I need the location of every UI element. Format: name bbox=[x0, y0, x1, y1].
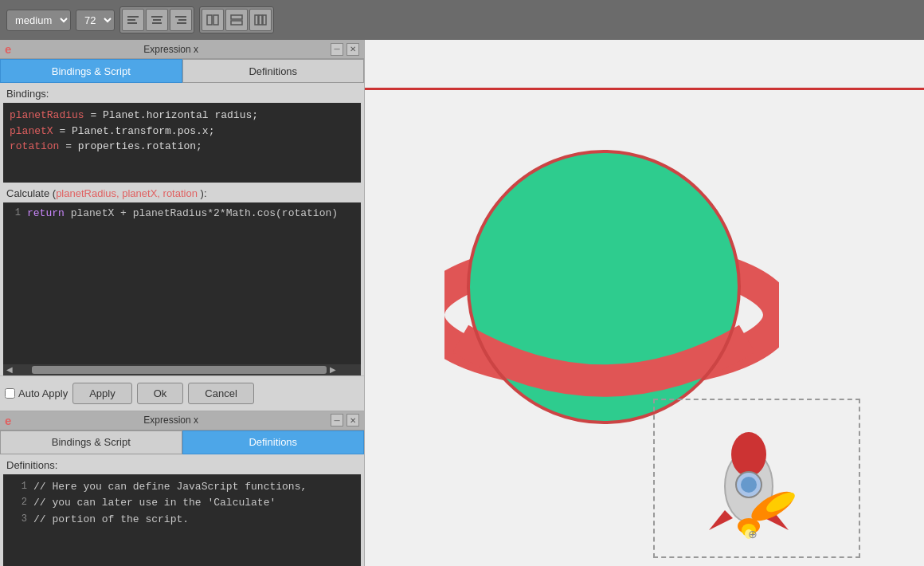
calculate-params: planetRadius, planetX, rotation bbox=[56, 187, 198, 199]
align-left-btn[interactable] bbox=[122, 9, 144, 31]
code-line-1: 1 return planetX + planetRadius*2*Math.c… bbox=[3, 206, 361, 222]
svg-rect-5 bbox=[152, 22, 162, 24]
expr-title-top: Expression x bbox=[11, 44, 331, 55]
align-center-icon bbox=[151, 14, 163, 26]
definitions-label: Definitions: bbox=[0, 454, 364, 474]
svg-rect-10 bbox=[213, 15, 218, 25]
layout-1-icon bbox=[206, 14, 219, 26]
svg-rect-3 bbox=[151, 16, 162, 18]
svg-rect-11 bbox=[231, 15, 242, 19]
svg-marker-22 bbox=[709, 510, 733, 530]
toolbar: medium 72 bbox=[0, 0, 924, 40]
calculate-label: Calculate (planetRadius, planetX, rotati… bbox=[0, 183, 364, 202]
align-group bbox=[119, 6, 194, 33]
tab-bindings-top[interactable]: Bindings & Script bbox=[0, 59, 182, 83]
expr-titlebar-bottom: e Expression x ─ ✕ bbox=[0, 411, 364, 430]
bindings-label: Bindings: bbox=[0, 83, 364, 103]
bottom-buttons: Auto Apply Apply Ok Cancel bbox=[0, 375, 364, 411]
expr-tabs-bottom: Bindings & Script Definitions bbox=[0, 430, 364, 454]
svg-rect-7 bbox=[178, 19, 186, 21]
binding-line-1: planetRadius = Planet.horizontal radius; bbox=[10, 108, 354, 124]
layout-group bbox=[199, 6, 274, 33]
svg-rect-8 bbox=[177, 22, 186, 24]
calculate-editor[interactable]: 1 return planetX + planetRadius*2*Math.c… bbox=[3, 202, 361, 364]
minimize-btn-bottom[interactable]: ─ bbox=[331, 414, 343, 426]
canvas-area[interactable]: ⊕ bbox=[365, 40, 924, 566]
rocket-svg: ⊕ bbox=[677, 415, 836, 542]
titlebar-btns-top: ─ ✕ bbox=[331, 43, 359, 56]
svg-point-21 bbox=[731, 432, 766, 477]
align-right-icon bbox=[174, 14, 187, 26]
cancel-button[interactable]: Cancel bbox=[188, 383, 253, 404]
titlebar-btns-bottom: ─ ✕ bbox=[331, 414, 359, 426]
def-line-3: 3 // portion of the script. bbox=[10, 512, 354, 529]
enact-logo-icon-2: e bbox=[5, 414, 11, 427]
svg-rect-0 bbox=[127, 16, 139, 18]
size-select[interactable]: 72 bbox=[76, 10, 115, 31]
main-area: e Expression x ─ ✕ Bindings & Script Def… bbox=[0, 40, 924, 566]
binding-line-3: rotation = properties.rotation; bbox=[10, 139, 354, 155]
def-line-1: 1 // Here you can define JavaScript func… bbox=[10, 479, 354, 496]
svg-rect-6 bbox=[175, 16, 186, 18]
ok-button[interactable]: Ok bbox=[137, 383, 184, 404]
calculate-paren: ): bbox=[198, 187, 207, 199]
layout-btn-3[interactable] bbox=[249, 9, 272, 31]
layout-2-icon bbox=[230, 14, 243, 26]
tab-definitions-top[interactable]: Definitions bbox=[182, 59, 365, 83]
apply-button[interactable]: Apply bbox=[72, 383, 132, 404]
tab-definitions-bottom[interactable]: Definitions bbox=[182, 430, 365, 454]
minimize-btn-top[interactable]: ─ bbox=[331, 43, 343, 56]
horizontal-scrollbar[interactable]: ◀ ▶ bbox=[3, 364, 361, 375]
align-left-icon bbox=[127, 14, 139, 26]
close-btn-bottom[interactable]: ✕ bbox=[346, 414, 359, 426]
left-panel: e Expression x ─ ✕ Bindings & Script Def… bbox=[0, 40, 365, 566]
scroll-left-arrow[interactable]: ◀ bbox=[3, 365, 16, 374]
bindings-editor[interactable]: planetRadius = Planet.horizontal radius;… bbox=[3, 103, 361, 183]
svg-rect-12 bbox=[231, 21, 242, 25]
svg-text:⊕: ⊕ bbox=[748, 528, 758, 540]
expr-titlebar-top: e Expression x ─ ✕ bbox=[0, 40, 364, 59]
svg-rect-15 bbox=[263, 15, 266, 25]
svg-point-25 bbox=[741, 477, 757, 493]
close-btn-top[interactable]: ✕ bbox=[346, 43, 359, 56]
expression-window-bottom: e Expression x ─ ✕ Bindings & Script Def… bbox=[0, 411, 364, 567]
align-center-btn[interactable] bbox=[146, 9, 168, 31]
expr-title-bottom: Expression x bbox=[11, 415, 331, 426]
layout-btn-1[interactable] bbox=[202, 9, 224, 31]
align-right-btn[interactable] bbox=[170, 9, 192, 31]
enact-logo-icon: e bbox=[5, 42, 11, 56]
svg-rect-1 bbox=[127, 19, 135, 21]
svg-rect-2 bbox=[127, 22, 137, 24]
auto-apply-container: Auto Apply bbox=[5, 387, 68, 399]
binding-line-2: planetX = Planet.transform.pos.x; bbox=[10, 124, 354, 140]
definitions-editor[interactable]: 1 // Here you can define JavaScript func… bbox=[3, 474, 361, 567]
svg-rect-4 bbox=[153, 19, 161, 21]
rocket-container[interactable]: ⊕ bbox=[653, 399, 860, 558]
svg-rect-13 bbox=[255, 15, 258, 25]
tab-bindings-bottom[interactable]: Bindings & Script bbox=[0, 430, 182, 454]
scroll-thumb[interactable] bbox=[32, 366, 327, 374]
layout-3-icon bbox=[254, 14, 267, 26]
medium-select[interactable]: medium bbox=[6, 10, 71, 31]
scroll-right-arrow[interactable]: ▶ bbox=[327, 365, 339, 374]
expr-tabs-top: Bindings & Script Definitions bbox=[0, 59, 364, 83]
auto-apply-label: Auto Apply bbox=[18, 387, 68, 399]
expression-window-top: e Expression x ─ ✕ Bindings & Script Def… bbox=[0, 40, 364, 83]
layout-btn-2[interactable] bbox=[225, 9, 248, 31]
auto-apply-checkbox[interactable] bbox=[5, 388, 15, 399]
svg-rect-9 bbox=[207, 15, 212, 25]
def-line-2: 2 // you can later use in the 'Calculate… bbox=[10, 495, 354, 512]
calculate-text: Calculate ( bbox=[6, 187, 56, 199]
svg-rect-14 bbox=[259, 15, 262, 25]
